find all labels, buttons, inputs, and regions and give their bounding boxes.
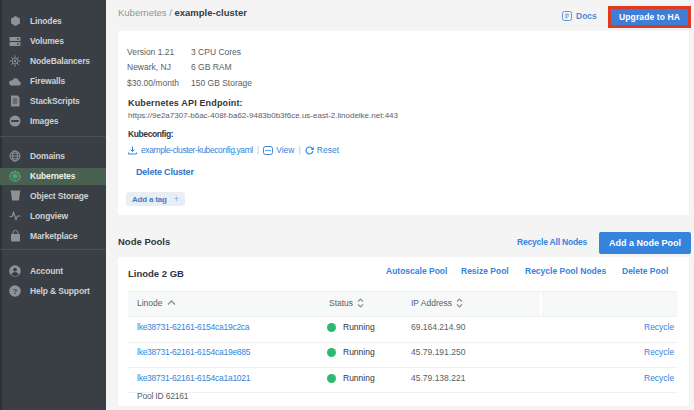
svg-text:?: ? (13, 286, 18, 295)
